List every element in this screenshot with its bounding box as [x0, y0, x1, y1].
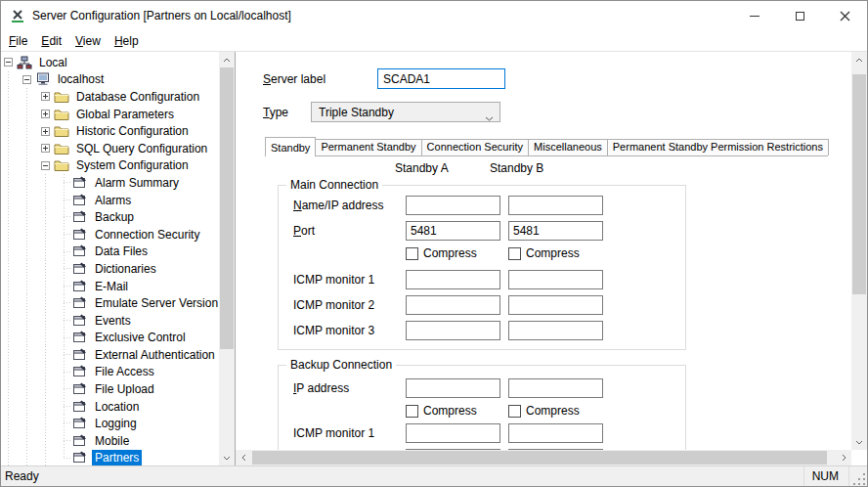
tree-item-historic-configuration[interactable]: Historic Configuration [1, 122, 219, 140]
main-connection-icmp-monitor-1-input-a[interactable] [406, 270, 500, 289]
scroll-up-icon[interactable] [219, 52, 235, 67]
close-button[interactable] [822, 1, 867, 30]
expand-toggle-icon[interactable] [41, 110, 50, 118]
main-connection-icmp-monitor-3-input-a[interactable] [406, 321, 500, 340]
maximize-button[interactable] [777, 1, 822, 30]
tree-guide [41, 398, 60, 416]
form-row-compress: CompressCompress [279, 246, 685, 260]
tab-standby[interactable]: Standby [265, 137, 316, 156]
tree-item-global-parameters[interactable]: Global Parameters [1, 106, 219, 123]
menu-file[interactable]: File [2, 32, 34, 50]
tab-permanent-standby-permission-restrictions[interactable]: Permanent Standby Permission Restriction… [607, 139, 829, 155]
form-viewport: Server label Type Triple Standby Standby… [236, 52, 851, 450]
tree-item-exclusive-control[interactable]: Exclusive Control [1, 330, 219, 347]
menu-help[interactable]: Help [108, 32, 146, 50]
tree-item-database-configuration[interactable]: Database Configuration [1, 88, 219, 106]
menu-view[interactable]: View [68, 32, 108, 50]
minimize-button[interactable] [732, 1, 777, 30]
main-connection-icmp-monitor-2-input-b[interactable] [508, 295, 603, 315]
tree-guide [41, 312, 60, 330]
main-connection-icmp-monitor-2-input-a[interactable] [406, 295, 500, 315]
main-connection-name-ip-address-input-b[interactable] [508, 196, 603, 215]
backup-connection-icmp-monitor-1-input-a[interactable] [406, 423, 500, 443]
resize-grip[interactable] [849, 466, 867, 486]
tree-item-label: Database Configuration [73, 89, 202, 105]
tree-vertical-scrollbar[interactable] [219, 52, 235, 465]
window-title: Server Configuration [Partners on Local/… [32, 9, 291, 22]
tree-item-emulate-server-version[interactable]: Emulate Server Version [1, 294, 219, 312]
scrollbar-thumb[interactable] [252, 451, 827, 465]
scrollbar-thumb[interactable] [220, 67, 234, 349]
tree-item-localhost[interactable]: localhost [1, 71, 219, 89]
tree-item-e-mail[interactable]: E-Mail [1, 278, 219, 295]
tree-item-backup[interactable]: Backup [1, 208, 219, 226]
menu-edit[interactable]: Edit [34, 32, 68, 50]
tree-guide [4, 432, 22, 450]
tree-item-file-upload[interactable]: File Upload [1, 380, 219, 398]
tree-item-connection-security[interactable]: Connection Security [1, 226, 219, 244]
tree-item-events[interactable]: Events [1, 312, 219, 330]
form-horizontal-scrollbar[interactable] [236, 450, 851, 465]
scroll-up-icon[interactable] [851, 52, 867, 67]
tree-item-data-files[interactable]: Data Files [1, 244, 219, 261]
tree-guide [41, 330, 60, 347]
tree-guide [4, 278, 22, 295]
scroll-down-icon[interactable] [851, 434, 867, 450]
scrollbar-thumb[interactable] [852, 74, 866, 294]
maximize-icon [796, 12, 804, 21]
backup-connection-ip-address-input-a[interactable] [406, 378, 500, 398]
tree-item-alarms[interactable]: Alarms [1, 192, 219, 209]
tree-guide [22, 432, 41, 450]
collapse-toggle-icon[interactable] [22, 75, 31, 84]
compress-checkbox-a[interactable] [406, 405, 418, 418]
type-dropdown[interactable]: Triple Standby [311, 102, 500, 122]
tab-permanent-standby[interactable]: Permanent Standby [315, 139, 421, 155]
form-vertical-scrollbar[interactable] [851, 52, 867, 450]
server-label-input[interactable] [377, 68, 505, 89]
scroll-left-icon[interactable] [236, 450, 251, 465]
tree-guide [41, 278, 60, 295]
compress-checkbox-b[interactable] [508, 405, 521, 418]
tab-connection-security[interactable]: Connection Security [421, 139, 529, 155]
tree-guide [4, 88, 22, 106]
tree-item-location[interactable]: Location [1, 398, 219, 416]
tree-item-label: Historic Configuration [73, 123, 192, 139]
scroll-right-icon[interactable] [836, 450, 851, 465]
tree-guide [60, 244, 72, 261]
num-lock-indicator: NUM [803, 466, 849, 486]
tree-guide [60, 260, 72, 278]
tree-guide [22, 140, 41, 157]
tree-item-label: Logging [92, 416, 140, 431]
main-connection-port-input-a[interactable] [406, 221, 500, 241]
tree-item-file-access[interactable]: File Access [1, 364, 219, 381]
tree-guide [4, 398, 22, 416]
tree-item-dictionaries[interactable]: Dictionaries [1, 260, 219, 278]
main-connection-port-input-b[interactable] [508, 221, 603, 241]
main-connection-icmp-monitor-3-input-b[interactable] [508, 321, 603, 340]
expand-toggle-icon[interactable] [41, 92, 50, 101]
tree-item-sql-query-configuration[interactable]: SQL Query Configuration [1, 140, 219, 157]
main-connection-name-ip-address-input-a[interactable] [406, 196, 500, 215]
scroll-down-icon[interactable] [219, 450, 235, 465]
main-connection-icmp-monitor-1-input-b[interactable] [508, 270, 603, 289]
compress-checkbox-b[interactable] [508, 247, 521, 260]
tree-item-local[interactable]: Local [1, 54, 219, 71]
computer-icon [35, 72, 51, 86]
collapse-toggle-icon[interactable] [41, 161, 50, 170]
expand-toggle-icon[interactable] [41, 144, 50, 153]
compress-checkbox-a[interactable] [406, 247, 418, 260]
tree-item-system-configuration[interactable]: System Configuration [1, 157, 219, 175]
tree-guide [60, 208, 72, 226]
tree-item-label: Connection Security [92, 227, 202, 243]
expand-toggle-icon[interactable] [41, 127, 50, 136]
backup-connection-ip-address-input-b[interactable] [508, 378, 603, 398]
tree-item-external-authentication[interactable]: External Authentication [1, 346, 219, 364]
status-bar: Ready NUM [1, 465, 867, 486]
backup-connection-icmp-monitor-1-input-b[interactable] [508, 423, 603, 443]
tree-item-alarm-summary[interactable]: Alarm Summary [1, 174, 219, 192]
collapse-toggle-icon[interactable] [4, 58, 13, 66]
tab-miscellaneous[interactable]: Miscellaneous [528, 139, 608, 155]
tree-item-logging[interactable]: Logging [1, 415, 219, 432]
tree-item-partners[interactable]: Partners [1, 450, 219, 465]
tree-item-mobile[interactable]: Mobile [1, 432, 219, 450]
